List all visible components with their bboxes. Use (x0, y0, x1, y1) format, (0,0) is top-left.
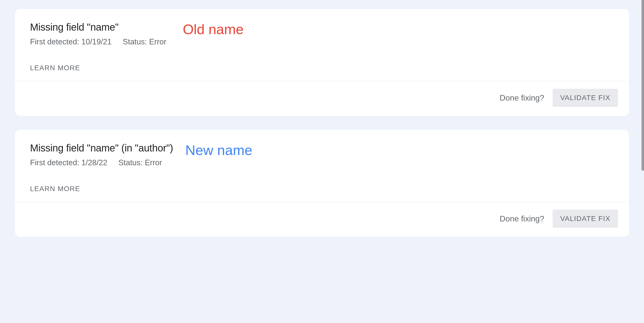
status-value: Error (149, 37, 166, 46)
done-fixing-text: Done fixing? (500, 214, 544, 223)
learn-more-link[interactable]: LEARN MORE (30, 64, 80, 72)
issue-card-new: Missing field "name" (in "author") First… (15, 130, 629, 237)
issue-card-old: Missing field "name" First detected: 10/… (15, 9, 629, 116)
validate-fix-button[interactable]: VALIDATE FIX (553, 210, 618, 228)
first-detected-value: 1/28/22 (81, 158, 107, 167)
first-detected: First detected: 1/28/22 (30, 158, 107, 167)
scrollbar[interactable] (641, 0, 644, 171)
first-detected-value: 10/19/21 (81, 37, 112, 46)
learn-more-section: LEARN MORE (15, 167, 629, 202)
status: Status: Error (123, 37, 166, 46)
done-fixing-text: Done fixing? (500, 93, 544, 103)
annotation-new-name: New name (185, 142, 252, 158)
learn-more-section: LEARN MORE (15, 46, 629, 81)
issue-title: Missing field "name" (30, 22, 614, 33)
validate-fix-button[interactable]: VALIDATE FIX (553, 89, 618, 107)
card-footer: Done fixing? VALIDATE FIX (15, 202, 629, 237)
card-footer: Done fixing? VALIDATE FIX (15, 81, 629, 116)
status: Status: Error (118, 158, 162, 167)
first-detected-label: First detected: (30, 158, 79, 167)
meta-line: First detected: 1/28/22 Status: Error (30, 158, 614, 167)
learn-more-link[interactable]: LEARN MORE (30, 185, 80, 193)
annotation-old-name: Old name (183, 21, 244, 37)
first-detected-label: First detected: (30, 37, 79, 46)
status-label: Status: (118, 158, 143, 167)
status-label: Status: (123, 37, 147, 46)
meta-line: First detected: 10/19/21 Status: Error (30, 37, 614, 46)
card-header: Missing field "name" (in "author") First… (15, 130, 629, 167)
status-value: Error (145, 158, 162, 167)
card-header: Missing field "name" First detected: 10/… (15, 9, 629, 46)
first-detected: First detected: 10/19/21 (30, 37, 112, 46)
issue-title: Missing field "name" (in "author") (30, 142, 614, 154)
